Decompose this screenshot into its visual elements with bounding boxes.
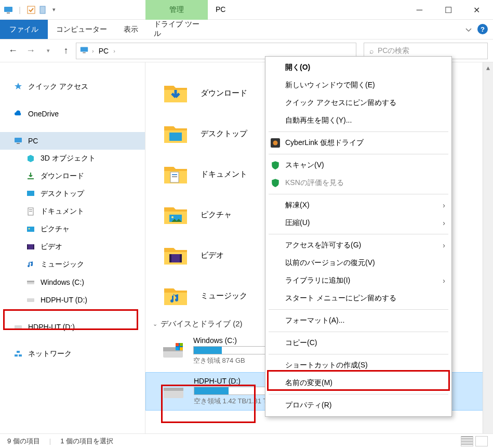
ctx-rename[interactable]: 名前の変更(M) [265,374,451,392]
svg-rect-10 [29,209,32,210]
ctx-copy[interactable]: コピー(C) [265,334,451,352]
doc-icon[interactable] [37,5,48,15]
download-icon [26,172,35,181]
label: 新しいウィンドウで開く(E) [285,81,375,90]
label: デスクトップ [201,129,247,139]
nav-drive-c[interactable]: Windows (C:) [0,273,145,291]
nav-documents[interactable]: ドキュメント [0,203,145,220]
nav-music[interactable]: ミュージック [0,256,145,273]
scrollbar[interactable]: ▴ [483,62,493,433]
nav-desktop[interactable]: デスクトップ [0,185,145,203]
separator [269,194,448,194]
ctx-previous-versions[interactable]: 以前のバージョンの復元(V) [265,254,451,272]
maximize-button[interactable]: ☐ [434,0,462,20]
nav-videos[interactable]: ビデオ [0,238,145,256]
desktop-icon [26,189,35,199]
ctx-pin-quick-access[interactable]: クイック アクセスにピン留めする [265,94,451,112]
ctx-extract[interactable]: 解凍(X)› [265,196,451,214]
ctx-autoplay[interactable]: 自動再生を開く(Y)... [265,112,451,129]
nav-drive-d-root[interactable]: HDPH-UT (D:) [0,318,145,336]
label: ドキュメント [41,207,84,216]
label: ライブラリに追加(I) [285,276,350,285]
nav-pc[interactable]: PC [0,132,145,150]
crumb-pc[interactable]: PC [97,44,110,58]
folder-icon [162,161,189,188]
shield-icon [271,178,280,188]
ctx-format[interactable]: フォーマット(A)... [265,312,451,330]
ctx-open-new-window[interactable]: 新しいウィンドウで開く(E) [265,76,451,94]
label: フォーマット(A)... [285,316,344,325]
search-placeholder: PCの検索 [378,46,409,56]
scroll-up-icon[interactable]: ▴ [483,62,493,73]
svg-rect-38 [176,347,179,350]
title-bar: | ▾ 管理 PC ─ ☐ ✕ [0,0,493,20]
close-button[interactable]: ✕ [462,0,491,20]
ctx-pin-start[interactable]: スタート メニューにピン留めする [265,289,451,307]
nav-network[interactable]: ネットワーク [0,345,145,363]
ctx-cyberlink[interactable]: CyberLink 仮想ドライブ [265,134,451,152]
label: ピクチャ [201,210,232,220]
nav-3d-objects[interactable]: 3D オブジェクト [0,150,145,167]
svg-rect-7 [17,143,20,144]
label: スキャン(V) [285,161,324,170]
recent-dropdown-icon[interactable]: ▾ [41,43,56,59]
ctx-create-shortcut[interactable]: ショートカットの作成(S) [265,357,451,374]
svg-point-13 [29,228,30,230]
label: 以前のバージョンの復元(V) [285,258,375,268]
pc-icon [3,5,14,15]
svg-rect-31 [169,254,171,262]
search-icon: ⌕ [369,47,374,55]
up-button[interactable]: ↑ [58,43,74,59]
ctx-grant-access[interactable]: アクセスを許可する(G)› [265,236,451,254]
nav-drive-d[interactable]: HDPH-UT (D:) [0,291,145,309]
ctx-ksn[interactable]: KSNの評価を見る [265,174,451,192]
svg-rect-8 [27,191,34,196]
item-count: 9 個の項目 [7,437,40,446]
folder-icon [162,80,189,107]
selected-count: 1 個の項目を選択 [60,437,113,446]
ctx-scan[interactable]: スキャン(V) [265,156,451,174]
computer-tab[interactable]: コンピューター [48,20,115,39]
ctx-open[interactable]: 開く(O) [265,59,451,76]
label: 開く(O) [285,63,310,72]
label: Windows (C:) [41,278,84,286]
svg-rect-23 [17,351,20,353]
manage-context-tab[interactable]: 管理 [145,0,208,20]
minimize-button[interactable]: ─ [405,0,434,20]
label: 3D オブジェクト [41,154,96,163]
separator [269,131,448,132]
svg-point-43 [273,141,278,146]
ctx-add-library[interactable]: ライブラリに追加(I)› [265,272,451,289]
large-icons-view-button[interactable] [475,436,488,446]
label: ミュージック [201,291,247,301]
details-view-button[interactable] [461,436,473,446]
nav-onedrive[interactable]: OneDrive [0,105,145,123]
back-button[interactable]: ← [5,43,21,59]
submenu-arrow-icon: › [443,241,445,249]
label: ダウンロード [41,172,84,181]
drive-tools-tab[interactable]: ドライブ ツール [145,20,208,38]
ctx-properties[interactable]: プロパティ(R) [265,397,451,414]
ribbon-expand-icon[interactable] [465,26,472,35]
separator [269,234,448,234]
nav-quick-access[interactable]: クイック アクセス [0,78,145,96]
file-tab[interactable]: ファイル [0,20,48,39]
nav-pictures[interactable]: ピクチャ [0,220,145,238]
forward-button[interactable]: → [23,43,38,59]
svg-rect-21 [15,354,18,357]
ctx-compress[interactable]: 圧縮(U)› [265,214,451,232]
label: ビデオ [41,242,62,252]
network-icon [14,349,23,359]
svg-rect-22 [19,354,22,357]
pc-crumb-icon [79,45,89,56]
help-icon[interactable]: ? [477,24,488,34]
pc-icon [14,136,23,146]
drive-icon [26,278,35,287]
svg-rect-37 [180,343,183,346]
nav-downloads[interactable]: ダウンロード [0,167,145,185]
properties-icon[interactable] [26,5,36,15]
svg-rect-11 [29,211,32,212]
label: スタート メニューにピン留めする [285,294,396,303]
view-tab[interactable]: 表示 [115,20,146,39]
qat-dropdown-icon[interactable]: ▾ [49,5,59,15]
